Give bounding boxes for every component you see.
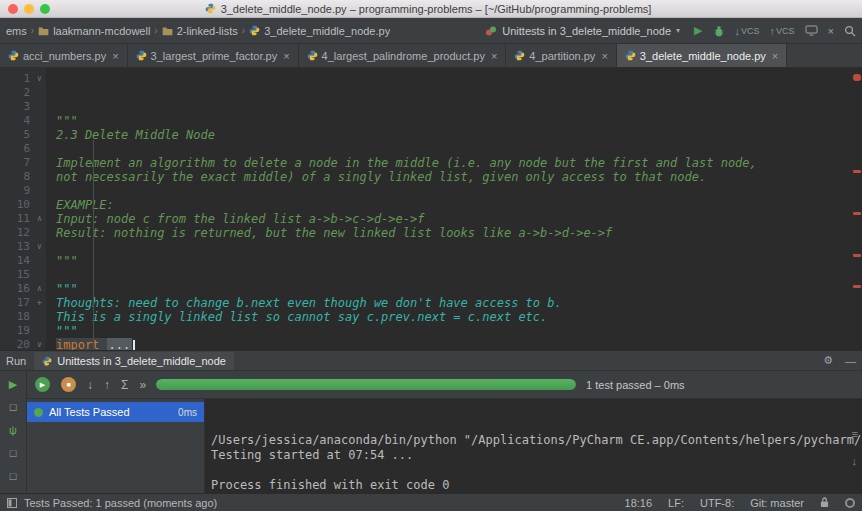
editor-tab[interactable]: 3_delete_middle_node.py× [617,44,787,67]
lock-icon[interactable] [820,497,829,508]
line-number: 3 [0,100,33,114]
python-console-icon[interactable]: ψ [3,422,23,438]
test-progress-fill [156,379,576,390]
sort-tests-icon[interactable]: ↑ [104,378,110,392]
editor-tab[interactable]: 3_largest_prime_factor.py× [128,44,299,67]
line-number: 4 [0,114,33,128]
vcs-commit-label: VCS [776,26,795,36]
error-stripe-mark[interactable] [853,212,861,215]
folded-import-region[interactable]: import ... [56,338,132,350]
line-ending-widget[interactable]: LF: [668,497,684,509]
test-status-text: 1 test passed – 0ms [586,379,684,391]
fold-marker[interactable]: ∧ [33,282,46,296]
breadcrumb: ems›laakmann-mcdowell›2-linked-lists›3_d… [6,25,390,37]
folder-icon [38,26,49,36]
hide-panel-icon[interactable]: — [845,355,856,367]
error-stripe-mark[interactable] [853,74,861,81]
fold-guide-line [93,140,94,350]
code-line: Result: nothing is returned, but the new… [56,226,862,240]
status-message[interactable]: Tests Passed: 1 passed (moments ago) [24,497,217,509]
breadcrumb-separator-icon: › [31,25,34,36]
restore-layout-icon[interactable]: □ [3,445,23,461]
breadcrumb-item[interactable]: 3_delete_middle_node.py [249,25,390,37]
line-number: 9 [0,184,33,198]
zoom-window-button[interactable] [40,4,50,14]
error-stripe-mark[interactable] [853,254,861,257]
hide-passed-icon[interactable]: ↓ [87,378,93,392]
code-line [56,240,862,254]
close-tab-icon[interactable]: × [601,50,607,62]
pin-tab-icon[interactable]: □ [3,468,23,484]
fold-marker[interactable]: ∨ [33,72,46,86]
run-tab[interactable]: Unittests in 3_delete_middle_node [34,352,234,370]
console-line: Testing started at 07:54 ... [211,448,862,463]
line-number: 12 [0,226,33,240]
breadcrumb-label: 3_delete_middle_node.py [264,25,390,37]
editor[interactable]: 1∨234567891011∧1213∨141516∧17+181920∨ ""… [0,68,862,350]
stop-tests-button[interactable]: ■ [61,377,76,392]
monitor-icon[interactable] [805,25,818,36]
more-actions-icon[interactable]: » [139,378,146,392]
python-file-icon [625,50,636,61]
minimize-window-button[interactable] [24,4,34,14]
window-controls [0,4,58,14]
test-tree[interactable]: All Tests Passed0ms [27,399,205,493]
close-tab-icon[interactable]: × [283,50,289,62]
python-icon [249,25,260,36]
run-config-selector[interactable]: Unittests in 3_delete_middle_node ▾ [481,23,684,39]
breadcrumb-label: laakmann-mcdowell [53,25,150,37]
line-number: 16 [0,282,33,296]
fold-marker[interactable]: ∧ [33,212,46,226]
navigation-bar: ems›laakmann-mcdowell›2-linked-lists›3_d… [0,18,862,44]
line-number: 11 [0,212,33,226]
stop-button[interactable]: □ [3,399,23,415]
code-line: EXAMPLE: [56,198,862,212]
editor-tab[interactable]: 4_partition.py× [506,44,616,67]
line-number: 5 [0,128,33,142]
fold-marker[interactable]: ∨ [33,240,46,254]
editor-tab[interactable]: 4_largest_palindrome_product.py× [299,44,507,67]
vcs-commit-button[interactable]: ↑ VCS [770,25,795,37]
editor-tab[interactable]: acci_numbers.py× [0,44,128,67]
close-tab-icon[interactable]: × [772,50,778,62]
scroll-to-end-icon[interactable]: ↓ [852,454,858,469]
close-tab-icon[interactable]: × [112,50,118,62]
soft-wrap-icon[interactable]: ≡ [852,427,858,442]
error-stripe[interactable] [852,68,862,350]
console-output[interactable]: /Users/jessica/anaconda/bin/python "/App… [205,399,862,493]
toolwindow-toggle-icon[interactable] [7,498,17,508]
code-line: """ [56,114,862,128]
code-area[interactable]: """2.3 Delete Middle NodeImplement an al… [46,68,862,350]
vcs-update-label: VCS [741,26,760,36]
breadcrumb-item[interactable]: 2-linked-lists [162,25,238,37]
run-button[interactable]: ▶ [694,24,702,37]
breadcrumb-item[interactable]: ems [6,25,27,37]
close-window-button[interactable] [8,4,18,14]
code-line [56,184,862,198]
inspector-icon[interactable] [845,498,855,508]
fold-marker[interactable]: + [33,296,46,310]
breadcrumb-item[interactable]: laakmann-mcdowell [38,25,150,37]
chevron-down-icon: ▾ [676,26,680,35]
rerun-button[interactable]: ▶ [3,376,23,392]
debug-button[interactable] [713,25,725,37]
line-number: 17 [0,296,33,310]
error-stripe-mark[interactable] [853,285,861,288]
run-panel-header: Run Unittests in 3_delete_middle_node ⚙ … [0,351,862,371]
rerun-tests-button[interactable]: ▶ [35,377,50,392]
fold-marker[interactable]: ∨ [33,338,46,350]
encoding-widget[interactable]: UTF-8: [700,497,734,509]
statistics-icon[interactable]: Σ [121,378,128,392]
breadcrumb-label: ems [6,25,27,37]
tab-label: 3_largest_prime_factor.py [151,50,278,62]
gear-icon[interactable]: ⚙ [823,354,833,367]
close-tab-icon[interactable]: × [491,50,497,62]
vcs-update-button[interactable]: ↓ VCS [735,25,760,37]
breadcrumb-label: 2-linked-lists [177,25,238,37]
close-icon[interactable]: × [828,25,834,37]
git-branch-widget[interactable]: Git: master [750,497,804,509]
test-tree-row[interactable]: All Tests Passed0ms [27,402,204,422]
console-line: /Users/jessica/anaconda/bin/python "/App… [211,433,862,448]
search-everywhere-icon[interactable] [844,25,856,37]
error-stripe-mark[interactable] [853,170,861,173]
